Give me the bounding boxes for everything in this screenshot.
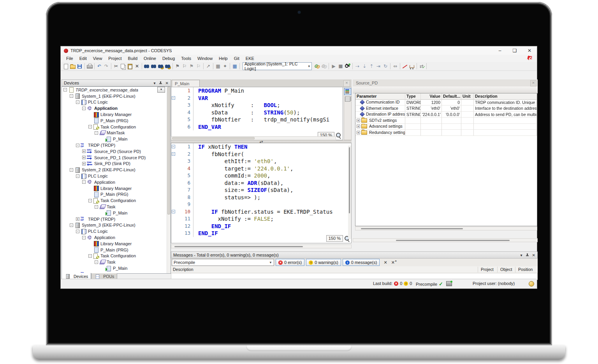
bookmark-toggle-icon[interactable]: ⚑	[174, 63, 181, 69]
tree-expander[interactable]: -	[76, 230, 79, 233]
menu-git[interactable]: Git	[231, 56, 243, 61]
notification-badge[interactable]: 2	[528, 55, 532, 60]
tree-expander[interactable]: -	[88, 199, 92, 202]
code-line[interactable]: 3 xNotify : BOOL;	[171, 102, 343, 109]
code-line[interactable]: 3 ethItf:= 'eth0',	[171, 158, 351, 165]
tree-expander[interactable]: -	[88, 254, 92, 258]
message-category-combo[interactable]: Precompile▼	[172, 259, 274, 266]
find-and-replace-icon[interactable]	[158, 63, 164, 69]
menu-file[interactable]: File	[63, 56, 76, 61]
tree-item-maintask[interactable]: -MainTask	[62, 130, 171, 136]
tabular-view-button[interactable]	[344, 96, 351, 103]
menu-edit[interactable]: Edit	[76, 56, 90, 61]
code-line[interactable]: −10 IF fbNotfier.status = EKE.TRDP_Statu…	[171, 208, 351, 216]
schedule-icon[interactable]: ▦	[232, 63, 238, 69]
tree-expander[interactable]: -	[70, 168, 73, 172]
tree-item-sink-pd-sink-pd-[interactable]: +SNKSink_PD (Sink PD)	[62, 161, 171, 167]
simulation-icon[interactable]	[402, 63, 408, 69]
tree-item-task-configuration[interactable]: -Task Configuration	[62, 124, 171, 130]
tab-p-main[interactable]: P_Main	[172, 80, 200, 87]
tree-item-p-main[interactable]: P_Main	[62, 136, 171, 142]
breakpoint-toggle-icon[interactable]: ⇔	[392, 63, 398, 69]
tree-item-task[interactable]: -Task	[62, 204, 171, 210]
menu-online[interactable]: Online	[141, 56, 159, 61]
tree-scrollbar[interactable]	[167, 87, 171, 273]
source-pd-tab-close-icon[interactable]: ✕	[530, 80, 536, 86]
step-over-icon[interactable]: ⇢	[354, 63, 361, 69]
tree-item-p-main-prg-[interactable]: P_Main (PRG)	[62, 192, 171, 198]
save-project-icon[interactable]	[77, 63, 83, 69]
editor-tab-close-icon[interactable]: ✕	[343, 80, 350, 87]
tree-expander[interactable]: -	[88, 125, 92, 128]
row-expander[interactable]: +	[357, 131, 360, 134]
minimize-button[interactable]: –	[492, 46, 507, 55]
messages-pin-icon[interactable]	[526, 253, 529, 257]
textual-view-button[interactable]	[344, 88, 351, 95]
code-line[interactable]: 6END_VAR	[171, 123, 343, 131]
tree-item-source-pd-source-pd-[interactable]: +SRCSource_PD (Source PD)	[62, 148, 171, 155]
logout-icon[interactable]: ⚙⚙	[321, 63, 327, 69]
clear-all-messages-icon[interactable]: ✕✦	[391, 260, 397, 265]
code-line[interactable]: 4 target:= '224.0.0.1',	[171, 165, 351, 172]
tree-item-plc-logic[interactable]: -PLC Logic	[62, 228, 171, 234]
profile-globe-icon[interactable]	[529, 281, 534, 287]
row-expander[interactable]: +	[357, 125, 360, 128]
step-into-icon[interactable]: ⇣	[361, 63, 368, 69]
menu-window[interactable]: Window	[194, 56, 216, 61]
print-icon[interactable]	[86, 63, 93, 69]
zoom-magnifier-icon[interactable]	[336, 132, 341, 138]
tree-item-p-main-prg-[interactable]: P_Main (PRG)	[62, 118, 171, 124]
tree-expander[interactable]: -	[95, 205, 98, 209]
code-line[interactable]: 5 fbNotfier : trdp_md_notify(msgSi	[171, 116, 343, 123]
tree-expander[interactable]: -	[76, 174, 79, 178]
tree-expander[interactable]: -	[95, 260, 98, 264]
messages-close-icon[interactable]: ✕	[532, 253, 535, 257]
tree-item-p-main[interactable]: P_Main	[62, 265, 171, 271]
tree-expander[interactable]: -	[82, 180, 86, 184]
menu-view[interactable]: View	[90, 56, 106, 61]
tree-item-library-manager[interactable]: Library Manager	[62, 111, 171, 118]
tree-item-application[interactable]: -Application	[62, 234, 171, 241]
cut-icon[interactable]: ✂	[113, 63, 119, 69]
code-line[interactable]: 11 xNotify := FALSE;	[171, 215, 351, 223]
tree-expander[interactable]: +	[82, 156, 86, 159]
tree-item-trdp-trdp-[interactable]: +TRDPTRDP (TRDP)	[62, 216, 171, 222]
tree-expander[interactable]: -	[70, 223, 73, 227]
tree-item-task[interactable]: -Task	[62, 259, 171, 265]
tree-item-system-3-eke-ppc-linux-[interactable]: -System_3 (EKE-PPC-Linux)	[62, 222, 171, 229]
tree-expander[interactable]: +	[76, 217, 79, 221]
search-all-icon[interactable]	[165, 63, 171, 69]
parameter-row-ethernet-interface[interactable]: Ethernet interfaceSTRING'eth0''eth0'Inte…	[355, 106, 537, 112]
tree-item-library-manager[interactable]: Library Manager	[62, 185, 171, 192]
delete-icon[interactable]: ✕	[134, 63, 140, 69]
messages-dropdown-icon[interactable]: ▾	[521, 253, 522, 257]
tree-item-plc-logic[interactable]: -PLC Logic	[62, 99, 171, 106]
find-icon[interactable]	[144, 63, 150, 69]
tree-item-plc-logic[interactable]: -PLC Logic	[62, 173, 171, 179]
code-line[interactable]: 12 END_IF	[171, 223, 351, 230]
new-object-icon[interactable]: ✦	[222, 63, 228, 69]
tree-item-system-1-eke-ppc-linux-[interactable]: -System_1 (EKE-PPC-Linux)	[62, 93, 171, 99]
declaration-editor[interactable]: 150 % 1PROGRAM P_Main−2VAR3 xNotify : BO…	[171, 87, 343, 140]
tree-item-task-configuration[interactable]: -Task Configuration	[62, 253, 171, 259]
parameter-table-hscrollbar[interactable]	[355, 227, 537, 230]
device-version-dropdown[interactable]: ▾	[157, 87, 165, 93]
source-pd-hscrollbar[interactable]	[353, 238, 538, 242]
column-header-description[interactable]: Description	[474, 93, 537, 100]
bookmark-next-icon[interactable]: ⚑	[188, 63, 195, 69]
restart-icon[interactable]: ↻	[382, 63, 389, 69]
redo-icon[interactable]: ↷	[103, 63, 109, 69]
login-icon[interactable]: ⚙⚙	[314, 63, 320, 69]
panel-close-icon[interactable]: ✕	[165, 81, 169, 85]
close-button[interactable]: ✕	[522, 46, 537, 55]
tree-item-application[interactable]: -Application	[62, 105, 171, 111]
tree-expander[interactable]: -	[70, 94, 73, 98]
implementation-editor[interactable]: 150 % −1IF xNotify THEN−2 fbNotfier(3 et…	[171, 143, 352, 243]
row-expander[interactable]: +	[357, 119, 360, 122]
code-line[interactable]: 7 size:= SIZEOF(sData),	[171, 186, 351, 194]
column-header-unit[interactable]: Unit	[461, 93, 474, 100]
open-project-icon[interactable]	[70, 63, 76, 69]
menu-eke[interactable]: EKE	[243, 56, 257, 61]
start-icon[interactable]: ▶	[331, 63, 337, 69]
parameter-row-communication-id[interactable]: Communication IDDWORD12000TRDP communica…	[355, 100, 537, 106]
